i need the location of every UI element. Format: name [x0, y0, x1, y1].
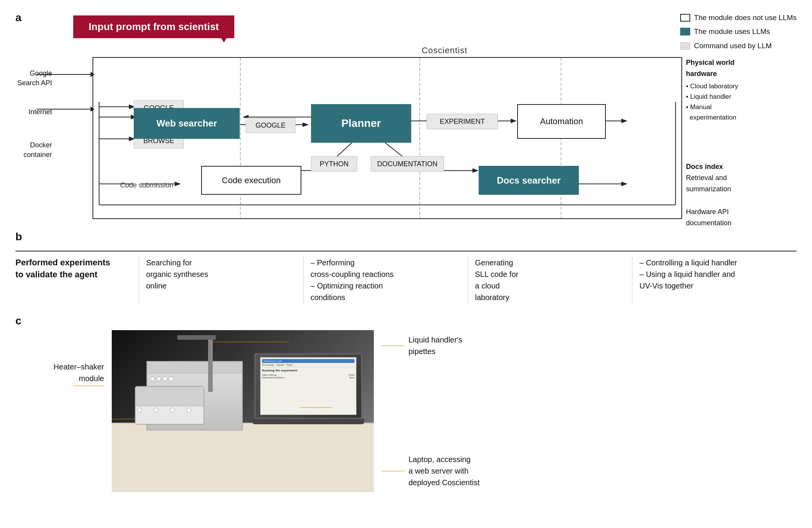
section-b: Performed experimentsto validate the age… — [15, 251, 797, 303]
section-c-label: c — [15, 315, 797, 327]
code-execution-text: Code execution — [222, 175, 281, 186]
browser-tab: Autonomous LLM — [262, 359, 355, 363]
laptop-line — [382, 471, 405, 471]
well — [137, 408, 142, 412]
automation-text: Automation — [540, 116, 583, 127]
heater-annotation-line-inside — [112, 419, 135, 419]
section-b-col-2: – Performingcross-coupling reactions– Op… — [303, 257, 468, 303]
coscientist-border: GOOGLE BROWSE Web searcher GOOGLE Planne… — [92, 57, 682, 219]
google-cmd-mid-text: GOOGLE — [256, 121, 286, 130]
experiment-cmd-text: EXPERIMENT — [440, 118, 485, 126]
automation-box: Automation — [517, 104, 606, 139]
right-outside-labels: Physical worldhardware • Cloud laborator… — [686, 57, 802, 228]
pipettes-annotation: Liquid handler'spipettes — [382, 334, 480, 357]
well — [150, 376, 155, 381]
docs-searcher-box: Docs searcher — [479, 166, 579, 195]
coscientist-region: Coscientist — [92, 46, 797, 219]
docker-label: Dockercontainer — [17, 140, 52, 160]
token-row: Experimental platform None — [262, 376, 355, 379]
agent-settings-row: Agent settings Token — [262, 374, 355, 376]
well — [169, 376, 173, 381]
laptop-annotation: Laptop, accessinga web server withdeploy… — [382, 454, 480, 488]
page: a The module does not use LLMs The modul… — [0, 0, 812, 504]
experiment-cmd: EXPERIMENT — [427, 114, 498, 129]
laptop-annotation-line — [301, 407, 331, 408]
pipettes-label: Liquid handler'spipettes — [409, 334, 462, 357]
laptop-screen: Autonomous LLM Run prompt Results Paper … — [260, 357, 356, 415]
code-submission-label: Code submission — [120, 181, 173, 189]
input-arrow — [220, 17, 227, 42]
google-cmd-mid: GOOGLE — [245, 118, 296, 133]
section-b-col-1: Searching fororganic synthesesonline — [139, 257, 303, 303]
planner-text: Planner — [341, 117, 381, 130]
physical-world-list: • Cloud laboratory • Liquid handler • Ma… — [686, 81, 802, 123]
well — [170, 408, 175, 412]
section-b-wrapper: b Performed experimentsto validate the a… — [15, 231, 797, 303]
section-c-wrapper: c Heater–shakermodule — [15, 315, 797, 492]
laptop: Autonomous LLM Run prompt Results Paper … — [254, 353, 362, 430]
laptop-menu: Run prompt Results Paper — [262, 364, 355, 367]
well — [187, 408, 191, 412]
web-searcher-text: Web searcher — [156, 118, 217, 129]
input-prompt-text: Input prompt from scientist — [89, 21, 219, 32]
well — [156, 376, 161, 381]
laptop-label: Laptop, accessinga web server withdeploy… — [409, 454, 480, 488]
right-annotations: Liquid handler'spipettes Laptop, accessi… — [382, 330, 480, 492]
running-text: Running the experiment — [262, 369, 355, 372]
internet-arrow — [37, 106, 94, 112]
heater-shaker-wells — [136, 406, 203, 414]
section-b-col-3: GeneratingSLL code fora cloudlaboratory — [468, 257, 632, 303]
planner-box: Planner — [311, 104, 411, 143]
physical-world-title: Physical worldhardware — [686, 57, 802, 79]
pipette-annotation-line — [212, 342, 289, 342]
docs-index-label: Docs index Retrieval andsummarization — [686, 161, 802, 194]
code-execution-box: Code execution — [201, 166, 301, 195]
heater-shaker-line — [27, 386, 104, 386]
heater-shaker-label: Heater–shakermodule — [27, 361, 104, 384]
coscientist-label: Coscientist — [92, 46, 797, 56]
laptop-lid: Autonomous LLM Run prompt Results Paper … — [254, 353, 362, 419]
section-a: a The module does not use LLMs The modul… — [15, 12, 797, 219]
laptop-base — [252, 419, 364, 424]
docs-searcher-text: Docs searcher — [497, 175, 560, 186]
web-searcher-box: Web searcher — [134, 108, 240, 139]
pipette-head — [177, 335, 216, 340]
section-c-content: Heater–shakermodule — [27, 330, 797, 492]
lab-photo: Autonomous LLM Run prompt Results Paper … — [112, 330, 374, 492]
heater-shaker-unit — [135, 386, 204, 425]
python-cmd-text: PYTHON — [319, 160, 348, 168]
pipette-arm — [208, 338, 213, 392]
section-b-title: Performed experimentsto validate the age… — [15, 257, 139, 303]
section-b-col-4: – Controlling a liquid handler– Using a … — [632, 257, 797, 303]
python-cmd: PYTHON — [311, 156, 357, 172]
hardware-api-label: Hardware APIdocumentation — [686, 206, 802, 229]
well — [163, 376, 167, 381]
input-prompt-box: Input prompt from scientist — [73, 15, 234, 38]
photo-table — [112, 423, 374, 492]
well — [154, 408, 158, 412]
left-outside-labels: GoogleSearch API Internet Dockercontaine… — [17, 69, 52, 160]
heater-shaker-annotation: Heater–shakermodule — [27, 330, 104, 448]
heater-shaker-top — [136, 387, 203, 406]
documentation-cmd: DOCUMENTATION — [371, 156, 444, 172]
section-b-label: b — [15, 231, 797, 243]
documentation-cmd-text: DOCUMENTATION — [377, 160, 437, 168]
pipettes-line — [382, 346, 405, 346]
section-a-label: a — [15, 12, 22, 24]
google-search-arrow — [37, 72, 94, 77]
code-submission-text: Code submission — [120, 181, 173, 189]
